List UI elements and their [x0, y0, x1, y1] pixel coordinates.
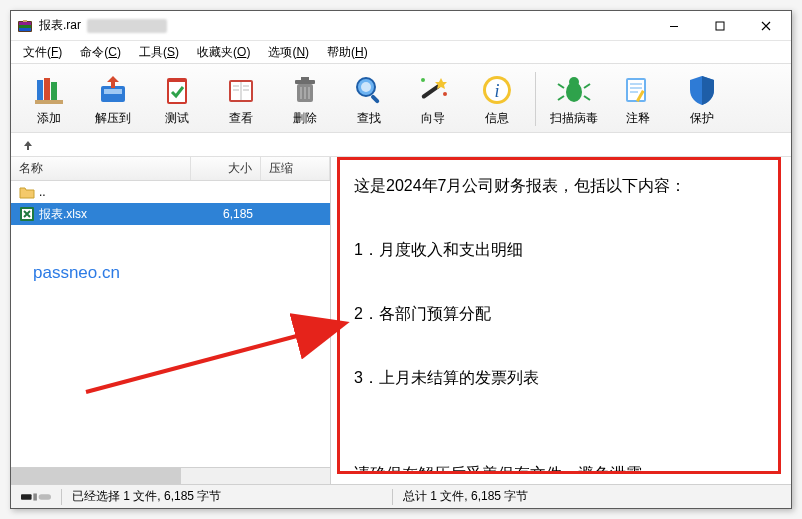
- folder-icon: [19, 184, 35, 200]
- menubar: 文件(F) 命令(C) 工具(S) 收藏夹(O) 选项(N) 帮助(H): [11, 41, 791, 63]
- wand-icon: [415, 72, 451, 108]
- tb-find[interactable]: 查找: [337, 68, 401, 130]
- tb-wizard-label: 向导: [421, 110, 445, 127]
- statusbar: 已经选择 1 文件, 6,185 字节 总计 1 文件, 6,185 字节: [11, 484, 791, 508]
- info-icon: i: [479, 72, 515, 108]
- svg-rect-53: [21, 494, 32, 499]
- menu-help[interactable]: 帮助(H): [319, 42, 376, 63]
- winrar-window: 报表.rar 文件(F) 命令(C) 工具(S) 收藏夹(O) 选项(N) 帮助…: [10, 10, 792, 509]
- tb-test[interactable]: 测试: [145, 68, 209, 130]
- tb-view[interactable]: 查看: [209, 68, 273, 130]
- up-arrow-icon[interactable]: [19, 136, 37, 154]
- svg-point-34: [421, 78, 425, 82]
- svg-rect-2: [19, 22, 31, 25]
- tb-extract-label: 解压到: [95, 110, 131, 127]
- tb-delete[interactable]: 删除: [273, 68, 337, 130]
- status-total: 总计 1 文件, 6,185 字节: [393, 488, 538, 505]
- tb-find-label: 查找: [357, 110, 381, 127]
- svg-line-42: [584, 84, 590, 88]
- tb-extract[interactable]: 解压到: [81, 68, 145, 130]
- svg-rect-7: [716, 22, 724, 30]
- tb-view-label: 查看: [229, 110, 253, 127]
- svg-point-40: [569, 77, 579, 87]
- status-selection: 已经选择 1 文件, 6,185 字节: [62, 488, 392, 505]
- svg-rect-24: [295, 80, 315, 84]
- svg-line-41: [558, 84, 564, 88]
- left-hscrollbar[interactable]: [11, 467, 330, 484]
- col-name[interactable]: 名称: [11, 157, 191, 180]
- svg-rect-9: [44, 78, 50, 102]
- drawer-out-icon: [95, 72, 131, 108]
- tb-comment-label: 注释: [626, 110, 650, 127]
- tb-wizard[interactable]: 向导: [401, 68, 465, 130]
- titlebar[interactable]: 报表.rar: [11, 11, 791, 41]
- shield-icon: [684, 72, 720, 108]
- archive-comment[interactable]: 这是2024年7月公司财务报表，包括以下内容： 1．月度收入和支出明细 2．各部…: [337, 157, 781, 474]
- svg-rect-3: [19, 25, 31, 28]
- minimize-button[interactable]: [651, 11, 697, 41]
- svg-rect-6: [670, 26, 678, 27]
- window-title: 报表.rar: [39, 17, 81, 34]
- tb-virus[interactable]: 扫描病毒: [542, 68, 606, 130]
- svg-rect-25: [301, 77, 309, 80]
- svg-text:i: i: [494, 81, 499, 101]
- svg-rect-8: [37, 80, 43, 102]
- tb-info[interactable]: i 信息: [465, 68, 529, 130]
- svg-line-44: [584, 96, 590, 100]
- menu-fav[interactable]: 收藏夹(O): [189, 42, 258, 63]
- status-device-icon[interactable]: [11, 491, 61, 503]
- row-parent-dir[interactable]: ..: [11, 181, 330, 203]
- svg-rect-13: [104, 89, 122, 94]
- tb-add[interactable]: 添加: [17, 68, 81, 130]
- trash-icon: [287, 72, 323, 108]
- svg-rect-15: [169, 82, 185, 102]
- svg-rect-11: [35, 100, 63, 104]
- svg-rect-31: [370, 94, 380, 104]
- svg-line-43: [558, 96, 564, 100]
- svg-rect-10: [51, 82, 57, 102]
- col-size[interactable]: 大小: [191, 157, 261, 180]
- column-headers: 名称 大小 压缩: [11, 157, 330, 181]
- tb-add-label: 添加: [37, 110, 61, 127]
- books-stack-icon: [31, 72, 67, 108]
- close-button[interactable]: [743, 11, 789, 41]
- book-open-icon: [223, 72, 259, 108]
- bug-icon: [556, 72, 592, 108]
- svg-point-30: [361, 82, 371, 92]
- file-list[interactable]: .. 报表.xlsx 6,185 passneo.cn: [11, 181, 330, 467]
- svg-rect-4: [19, 28, 31, 31]
- row-xlsx[interactable]: 报表.xlsx 6,185: [11, 203, 330, 225]
- toolbar-separator: [535, 72, 536, 126]
- left-hscroll-thumb[interactable]: [11, 468, 181, 484]
- tb-comment[interactable]: 注释: [606, 68, 670, 130]
- magnifier-icon: [351, 72, 387, 108]
- menu-tools[interactable]: 工具(S): [131, 42, 187, 63]
- tb-info-label: 信息: [485, 110, 509, 127]
- tb-delete-label: 删除: [293, 110, 317, 127]
- excel-file-icon: [19, 206, 35, 222]
- note-pencil-icon: [620, 72, 656, 108]
- svg-rect-54: [33, 493, 37, 500]
- menu-cmd[interactable]: 命令(C): [72, 42, 129, 63]
- row-xlsx-size: 6,185: [191, 207, 261, 221]
- row-xlsx-name: 报表.xlsx: [39, 206, 87, 223]
- tb-protect-label: 保护: [690, 110, 714, 127]
- svg-rect-55: [39, 494, 51, 499]
- comment-pane: 这是2024年7月公司财务报表，包括以下内容： 1．月度收入和支出明细 2．各部…: [331, 157, 791, 484]
- svg-point-35: [443, 92, 447, 96]
- title-extra-blur: [87, 19, 167, 33]
- path-row: [11, 133, 791, 157]
- tb-protect[interactable]: 保护: [670, 68, 734, 130]
- maximize-button[interactable]: [697, 11, 743, 41]
- clipboard-check-icon: [159, 72, 195, 108]
- svg-rect-5: [23, 20, 27, 22]
- file-list-pane: 名称 大小 压缩 ..: [11, 157, 331, 484]
- col-compressed[interactable]: 压缩: [261, 157, 330, 180]
- menu-opts[interactable]: 选项(N): [260, 42, 317, 63]
- menu-file[interactable]: 文件(F): [15, 42, 70, 63]
- svg-rect-46: [628, 80, 644, 100]
- toolbar: 添加 解压到 测试 查看 删除: [11, 63, 791, 133]
- tb-virus-label: 扫描病毒: [550, 110, 598, 127]
- watermark-text: passneo.cn: [33, 263, 120, 283]
- app-icon: [17, 18, 33, 34]
